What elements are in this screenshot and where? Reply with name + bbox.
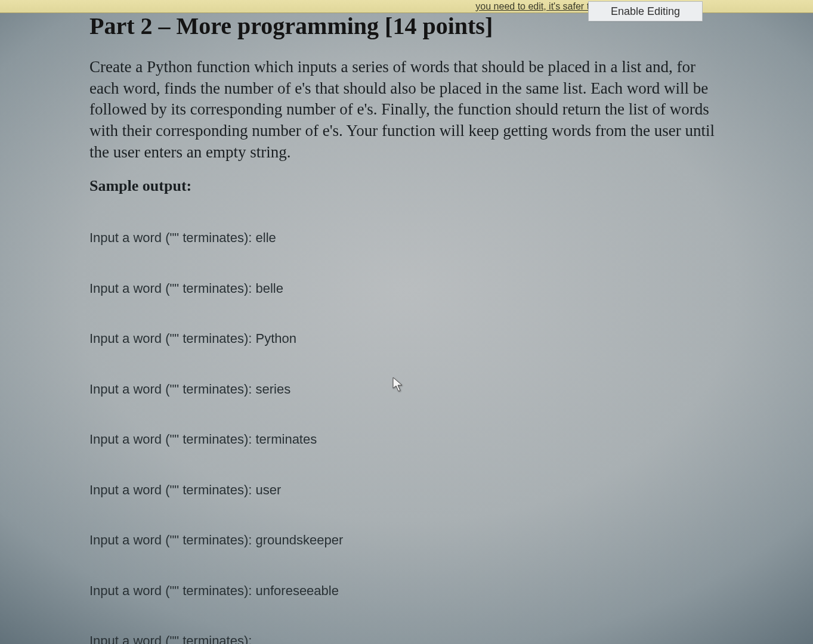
problem-description: Create a Python function which inputs a …	[89, 57, 724, 163]
sample-line: Input a word ("" terminates): unforeseea…	[89, 583, 724, 599]
sample-output-label: Sample output:	[89, 177, 724, 195]
enable-editing-button[interactable]: Enable Editing	[588, 1, 703, 21]
sample-output-block: Input a word ("" terminates): elle Input…	[89, 196, 724, 644]
enable-editing-label: Enable Editing	[611, 5, 680, 18]
sample-line: Input a word ("" terminates): belle	[89, 280, 724, 297]
sample-line: Input a word ("" terminates): user	[89, 482, 724, 499]
sample-line: Input a word ("" terminates): terminates	[89, 431, 724, 448]
sample-line: Input a word ("" terminates):	[89, 633, 724, 644]
sample-line: Input a word ("" terminates): elle	[89, 230, 724, 246]
sample-line: Input a word ("" terminates): series	[89, 381, 724, 398]
sample-line: Input a word ("" terminates): groundskee…	[89, 532, 724, 549]
sample-line: Input a word ("" terminates): Python	[89, 330, 724, 347]
document-page: you need to edit, it's safer to stay in …	[0, 0, 813, 644]
